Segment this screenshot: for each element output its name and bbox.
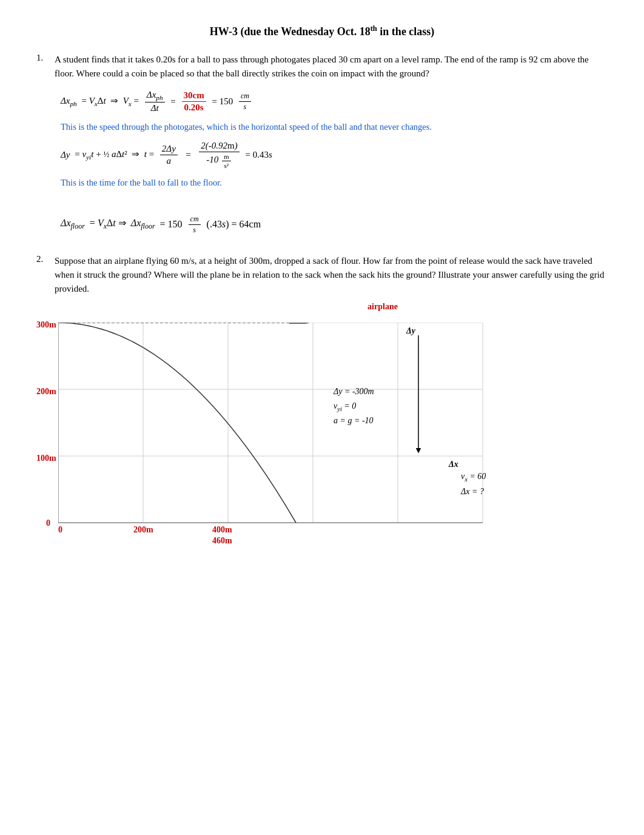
problem-2: 2. Suppose that an airplane flying 60 m/… [36, 254, 608, 297]
comment-1: This is the speed through the photogates… [61, 122, 608, 132]
delta-y-arrow [412, 335, 424, 457]
delta-x-question: Δx = ? [461, 487, 484, 497]
x-label-460m: 460m [212, 536, 232, 546]
comment-2: This is the time for the ball to fall to… [61, 178, 608, 188]
problem-1-text: A student finds that it takes 0.20s for … [55, 53, 608, 81]
equation-3: Δxfloor = VxΔt ⇒ Δxfloor = 150 cm s (.43… [61, 215, 608, 235]
delta-x-label: Δx [449, 460, 458, 469]
problem-2-number: 2. [36, 254, 55, 297]
vyi-eq: vyi = 0 [334, 401, 356, 412]
airplane-label: airplane [158, 302, 608, 312]
delta-y-eq: Δy = -300m [334, 387, 374, 397]
grid-section: 300m 200m 100m 0 0 200m 400m 460m Δy [36, 314, 594, 569]
problem-1-number: 1. [36, 53, 55, 81]
vx-eq: vx = 60 [461, 472, 486, 483]
page-title: HW-3 (due the Wednesday Oct. 18th in the… [36, 24, 608, 38]
svg-rect-13 [289, 323, 307, 324]
delta-y-arrow-label: Δy [406, 326, 415, 336]
y-label-300: 300m [36, 320, 56, 330]
problem-2-text: Suppose that an airplane flying 60 m/s, … [55, 254, 608, 297]
y-label-100: 100m [36, 454, 56, 463]
equation-1: Δxph = VxΔt ⇒ Vx = Δxph Δt = 30cm 0.20s … [61, 90, 608, 113]
a-eq: a = g = -10 [334, 416, 374, 426]
y-label-0: 0 [46, 518, 50, 528]
equation-2: Δy = vyit + ½ aΔt² ⇒ t = 2Δy a = 2(-0.92… [61, 141, 608, 169]
y-label-200: 200m [36, 387, 56, 397]
grid-svg [58, 323, 519, 529]
problem-1: 1. A student finds that it takes 0.20s f… [36, 53, 608, 81]
